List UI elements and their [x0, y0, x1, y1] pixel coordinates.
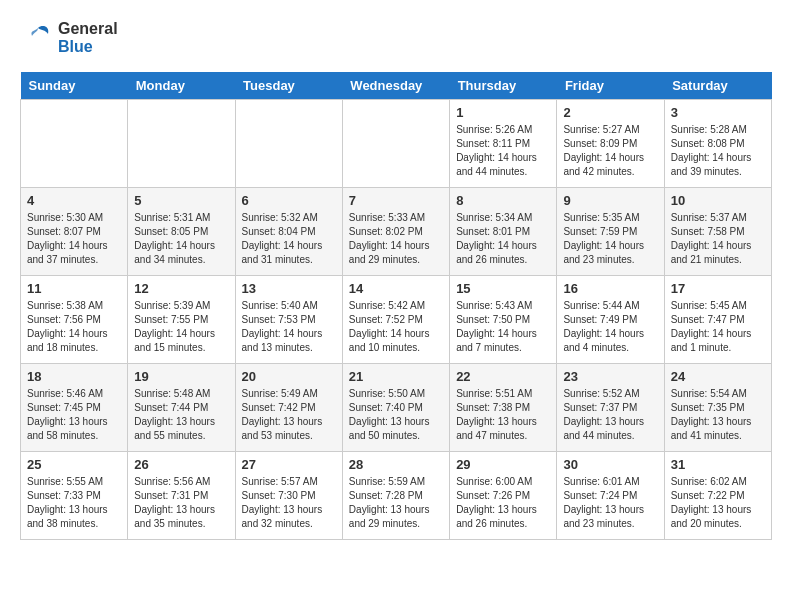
calendar-cell	[235, 100, 342, 188]
calendar-cell: 27Sunrise: 5:57 AM Sunset: 7:30 PM Dayli…	[235, 452, 342, 540]
day-info: Sunrise: 5:34 AM Sunset: 8:01 PM Dayligh…	[456, 211, 550, 267]
calendar-week-row: 25Sunrise: 5:55 AM Sunset: 7:33 PM Dayli…	[21, 452, 772, 540]
calendar-cell: 30Sunrise: 6:01 AM Sunset: 7:24 PM Dayli…	[557, 452, 664, 540]
day-number: 10	[671, 193, 765, 208]
day-number: 13	[242, 281, 336, 296]
day-number: 12	[134, 281, 228, 296]
calendar-cell: 18Sunrise: 5:46 AM Sunset: 7:45 PM Dayli…	[21, 364, 128, 452]
day-info: Sunrise: 5:32 AM Sunset: 8:04 PM Dayligh…	[242, 211, 336, 267]
calendar-cell: 8Sunrise: 5:34 AM Sunset: 8:01 PM Daylig…	[450, 188, 557, 276]
calendar-cell: 4Sunrise: 5:30 AM Sunset: 8:07 PM Daylig…	[21, 188, 128, 276]
calendar-cell: 17Sunrise: 5:45 AM Sunset: 7:47 PM Dayli…	[664, 276, 771, 364]
calendar-week-row: 11Sunrise: 5:38 AM Sunset: 7:56 PM Dayli…	[21, 276, 772, 364]
day-info: Sunrise: 5:51 AM Sunset: 7:38 PM Dayligh…	[456, 387, 550, 443]
day-info: Sunrise: 5:33 AM Sunset: 8:02 PM Dayligh…	[349, 211, 443, 267]
calendar-cell: 10Sunrise: 5:37 AM Sunset: 7:58 PM Dayli…	[664, 188, 771, 276]
calendar-week-row: 4Sunrise: 5:30 AM Sunset: 8:07 PM Daylig…	[21, 188, 772, 276]
day-number: 6	[242, 193, 336, 208]
day-header-tuesday: Tuesday	[235, 72, 342, 100]
calendar-cell: 5Sunrise: 5:31 AM Sunset: 8:05 PM Daylig…	[128, 188, 235, 276]
calendar-cell: 24Sunrise: 5:54 AM Sunset: 7:35 PM Dayli…	[664, 364, 771, 452]
day-info: Sunrise: 5:26 AM Sunset: 8:11 PM Dayligh…	[456, 123, 550, 179]
day-info: Sunrise: 5:46 AM Sunset: 7:45 PM Dayligh…	[27, 387, 121, 443]
calendar-cell: 23Sunrise: 5:52 AM Sunset: 7:37 PM Dayli…	[557, 364, 664, 452]
day-number: 21	[349, 369, 443, 384]
logo-bird-icon	[20, 20, 56, 56]
calendar-cell: 28Sunrise: 5:59 AM Sunset: 7:28 PM Dayli…	[342, 452, 449, 540]
day-number: 7	[349, 193, 443, 208]
day-number: 26	[134, 457, 228, 472]
day-info: Sunrise: 5:42 AM Sunset: 7:52 PM Dayligh…	[349, 299, 443, 355]
day-number: 30	[563, 457, 657, 472]
day-number: 14	[349, 281, 443, 296]
day-info: Sunrise: 5:50 AM Sunset: 7:40 PM Dayligh…	[349, 387, 443, 443]
day-number: 9	[563, 193, 657, 208]
calendar-cell: 21Sunrise: 5:50 AM Sunset: 7:40 PM Dayli…	[342, 364, 449, 452]
calendar-cell: 13Sunrise: 5:40 AM Sunset: 7:53 PM Dayli…	[235, 276, 342, 364]
day-header-wednesday: Wednesday	[342, 72, 449, 100]
day-info: Sunrise: 5:56 AM Sunset: 7:31 PM Dayligh…	[134, 475, 228, 531]
calendar-cell: 2Sunrise: 5:27 AM Sunset: 8:09 PM Daylig…	[557, 100, 664, 188]
day-header-friday: Friday	[557, 72, 664, 100]
day-header-saturday: Saturday	[664, 72, 771, 100]
day-number: 5	[134, 193, 228, 208]
day-info: Sunrise: 5:55 AM Sunset: 7:33 PM Dayligh…	[27, 475, 121, 531]
calendar-cell: 31Sunrise: 6:02 AM Sunset: 7:22 PM Dayli…	[664, 452, 771, 540]
calendar-cell: 19Sunrise: 5:48 AM Sunset: 7:44 PM Dayli…	[128, 364, 235, 452]
calendar-cell	[342, 100, 449, 188]
calendar-week-row: 18Sunrise: 5:46 AM Sunset: 7:45 PM Dayli…	[21, 364, 772, 452]
calendar-cell: 29Sunrise: 6:00 AM Sunset: 7:26 PM Dayli…	[450, 452, 557, 540]
day-info: Sunrise: 5:30 AM Sunset: 8:07 PM Dayligh…	[27, 211, 121, 267]
calendar-cell: 22Sunrise: 5:51 AM Sunset: 7:38 PM Dayli…	[450, 364, 557, 452]
day-number: 2	[563, 105, 657, 120]
day-info: Sunrise: 5:49 AM Sunset: 7:42 PM Dayligh…	[242, 387, 336, 443]
day-info: Sunrise: 5:27 AM Sunset: 8:09 PM Dayligh…	[563, 123, 657, 179]
calendar-cell: 3Sunrise: 5:28 AM Sunset: 8:08 PM Daylig…	[664, 100, 771, 188]
day-info: Sunrise: 6:01 AM Sunset: 7:24 PM Dayligh…	[563, 475, 657, 531]
calendar-cell: 25Sunrise: 5:55 AM Sunset: 7:33 PM Dayli…	[21, 452, 128, 540]
day-info: Sunrise: 5:54 AM Sunset: 7:35 PM Dayligh…	[671, 387, 765, 443]
page-header: General Blue	[20, 20, 772, 56]
day-info: Sunrise: 6:02 AM Sunset: 7:22 PM Dayligh…	[671, 475, 765, 531]
day-info: Sunrise: 5:31 AM Sunset: 8:05 PM Dayligh…	[134, 211, 228, 267]
day-number: 19	[134, 369, 228, 384]
day-number: 8	[456, 193, 550, 208]
calendar-cell: 12Sunrise: 5:39 AM Sunset: 7:55 PM Dayli…	[128, 276, 235, 364]
day-number: 11	[27, 281, 121, 296]
day-info: Sunrise: 5:52 AM Sunset: 7:37 PM Dayligh…	[563, 387, 657, 443]
day-number: 18	[27, 369, 121, 384]
day-number: 29	[456, 457, 550, 472]
day-info: Sunrise: 5:57 AM Sunset: 7:30 PM Dayligh…	[242, 475, 336, 531]
calendar-cell	[21, 100, 128, 188]
calendar-cell: 16Sunrise: 5:44 AM Sunset: 7:49 PM Dayli…	[557, 276, 664, 364]
day-number: 25	[27, 457, 121, 472]
day-number: 22	[456, 369, 550, 384]
logo-general: General	[58, 20, 118, 37]
calendar-header-row: SundayMondayTuesdayWednesdayThursdayFrid…	[21, 72, 772, 100]
day-info: Sunrise: 5:44 AM Sunset: 7:49 PM Dayligh…	[563, 299, 657, 355]
calendar-cell: 14Sunrise: 5:42 AM Sunset: 7:52 PM Dayli…	[342, 276, 449, 364]
calendar-cell: 7Sunrise: 5:33 AM Sunset: 8:02 PM Daylig…	[342, 188, 449, 276]
day-info: Sunrise: 5:43 AM Sunset: 7:50 PM Dayligh…	[456, 299, 550, 355]
day-info: Sunrise: 5:48 AM Sunset: 7:44 PM Dayligh…	[134, 387, 228, 443]
day-number: 17	[671, 281, 765, 296]
calendar-cell: 20Sunrise: 5:49 AM Sunset: 7:42 PM Dayli…	[235, 364, 342, 452]
day-info: Sunrise: 5:35 AM Sunset: 7:59 PM Dayligh…	[563, 211, 657, 267]
day-number: 20	[242, 369, 336, 384]
day-info: Sunrise: 5:28 AM Sunset: 8:08 PM Dayligh…	[671, 123, 765, 179]
day-info: Sunrise: 5:38 AM Sunset: 7:56 PM Dayligh…	[27, 299, 121, 355]
day-number: 4	[27, 193, 121, 208]
calendar-table: SundayMondayTuesdayWednesdayThursdayFrid…	[20, 72, 772, 540]
day-number: 27	[242, 457, 336, 472]
day-header-monday: Monday	[128, 72, 235, 100]
day-header-thursday: Thursday	[450, 72, 557, 100]
day-info: Sunrise: 5:45 AM Sunset: 7:47 PM Dayligh…	[671, 299, 765, 355]
day-info: Sunrise: 5:39 AM Sunset: 7:55 PM Dayligh…	[134, 299, 228, 355]
day-number: 15	[456, 281, 550, 296]
logo-blue: Blue	[58, 38, 93, 55]
calendar-cell: 9Sunrise: 5:35 AM Sunset: 7:59 PM Daylig…	[557, 188, 664, 276]
calendar-cell	[128, 100, 235, 188]
calendar-cell: 15Sunrise: 5:43 AM Sunset: 7:50 PM Dayli…	[450, 276, 557, 364]
day-info: Sunrise: 5:40 AM Sunset: 7:53 PM Dayligh…	[242, 299, 336, 355]
day-number: 16	[563, 281, 657, 296]
